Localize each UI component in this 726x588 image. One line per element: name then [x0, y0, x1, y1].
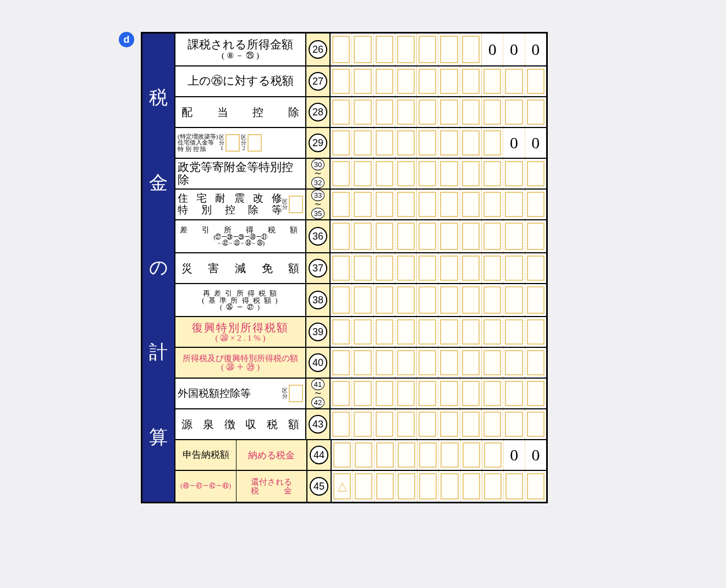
digit-cell[interactable] [374, 190, 395, 219]
digit-cell[interactable] [438, 284, 460, 316]
digit-cell[interactable] [395, 253, 417, 283]
digit-cell[interactable] [503, 97, 525, 127]
digit-cell[interactable] [395, 97, 417, 127]
digit-cell[interactable] [460, 379, 482, 408]
digit-cell[interactable] [374, 97, 395, 127]
digit-cell[interactable] [395, 128, 417, 158]
digit-cell[interactable] [460, 220, 482, 252]
digit-cell[interactable] [352, 190, 373, 219]
digit-cell[interactable] [374, 284, 395, 316]
digit-cell[interactable] [438, 220, 460, 252]
digit-cell[interactable] [417, 190, 438, 219]
digit-cell[interactable] [417, 440, 439, 470]
digit-cell[interactable] [503, 284, 525, 316]
digit-cell[interactable] [417, 348, 438, 378]
digit-cell[interactable] [352, 34, 373, 65]
digit-cell[interactable] [503, 317, 525, 347]
digit-cell[interactable] [374, 128, 395, 158]
digit-cell[interactable] [482, 409, 503, 439]
digit-cell[interactable] [352, 159, 373, 188]
digit-cell[interactable] [503, 379, 525, 408]
digit-cell[interactable] [374, 253, 395, 283]
digit-cell[interactable] [331, 97, 352, 127]
digit-cell[interactable] [482, 220, 503, 252]
digit-cell[interactable] [482, 379, 503, 408]
digit-cell[interactable] [438, 97, 460, 127]
digit-cell[interactable] [353, 440, 375, 470]
digit-cell[interactable] [331, 284, 352, 316]
kubun-input[interactable] [289, 385, 303, 402]
digit-cell[interactable] [352, 97, 373, 127]
digit-cell[interactable] [396, 471, 417, 502]
digit-cell[interactable] [374, 317, 395, 347]
digit-cell[interactable] [395, 348, 417, 378]
digit-cell[interactable] [374, 66, 395, 96]
digit-cell[interactable] [352, 220, 373, 252]
digit-cell[interactable] [395, 284, 417, 316]
digit-cell[interactable] [460, 128, 482, 158]
digit-cell[interactable] [352, 128, 373, 158]
digit-cell[interactable] [460, 34, 482, 65]
digit-cell[interactable] [331, 348, 352, 378]
digit-cell[interactable] [503, 190, 525, 219]
digit-cell[interactable] [417, 220, 438, 252]
digit-cell[interactable] [417, 284, 438, 316]
digit-cell[interactable] [417, 253, 438, 283]
digit-cell[interactable] [352, 348, 373, 378]
digit-cell[interactable] [331, 317, 352, 347]
digit-cell[interactable] [504, 471, 525, 502]
digit-cell[interactable] [331, 66, 352, 96]
digit-cell[interactable] [395, 66, 417, 96]
digit-cell[interactable] [395, 409, 417, 439]
digit-cell[interactable] [331, 190, 352, 219]
digit-cell[interactable] [460, 159, 482, 188]
digit-cell[interactable] [503, 348, 525, 378]
digit-cell[interactable] [482, 348, 503, 378]
digit-cell[interactable] [331, 379, 352, 408]
digit-cell[interactable] [417, 317, 438, 347]
digit-cell[interactable] [460, 253, 482, 283]
digit-cell[interactable] [417, 97, 438, 127]
digit-cell[interactable] [482, 97, 503, 127]
digit-cell[interactable] [352, 284, 373, 316]
digit-cell[interactable] [395, 159, 417, 188]
digit-cell[interactable] [352, 409, 373, 439]
digit-cell[interactable] [374, 159, 395, 188]
digit-cell[interactable] [439, 440, 460, 470]
digit-cell[interactable] [482, 159, 503, 188]
digit-cell[interactable] [525, 348, 546, 378]
digit-cell[interactable] [525, 284, 546, 316]
digit-cell[interactable] [525, 220, 546, 252]
digit-cell[interactable] [525, 190, 546, 219]
digit-cell[interactable] [374, 348, 395, 378]
digit-cell[interactable] [352, 317, 373, 347]
digit-cell[interactable] [439, 471, 460, 502]
digit-cell[interactable] [375, 440, 396, 470]
digit-cell[interactable] [331, 253, 352, 283]
digit-cell[interactable] [438, 379, 460, 408]
digit-cell[interactable] [461, 471, 482, 502]
digit-cell[interactable] [438, 409, 460, 439]
digit-cell[interactable] [395, 190, 417, 219]
digit-cell[interactable] [352, 66, 373, 96]
digit-cell[interactable] [395, 379, 417, 408]
digit-cell[interactable] [525, 409, 546, 439]
digit-cell[interactable] [482, 253, 503, 283]
digit-cell[interactable] [395, 34, 417, 65]
digit-cell[interactable] [352, 379, 373, 408]
digit-cell[interactable] [482, 317, 503, 347]
digit-cell[interactable] [395, 317, 417, 347]
digit-cell[interactable] [374, 379, 395, 408]
kubun-input[interactable] [226, 134, 240, 152]
digit-cell[interactable] [503, 66, 525, 96]
digit-cell[interactable] [374, 220, 395, 252]
kubun-input[interactable] [248, 134, 262, 152]
digit-cell[interactable] [438, 190, 460, 219]
digit-cell[interactable] [438, 159, 460, 188]
digit-cell[interactable] [438, 253, 460, 283]
digit-cell[interactable] [374, 34, 395, 65]
digit-cell[interactable] [525, 66, 546, 96]
digit-cell[interactable] [352, 253, 373, 283]
digit-cell[interactable] [395, 220, 417, 252]
digit-cell[interactable] [503, 220, 525, 252]
